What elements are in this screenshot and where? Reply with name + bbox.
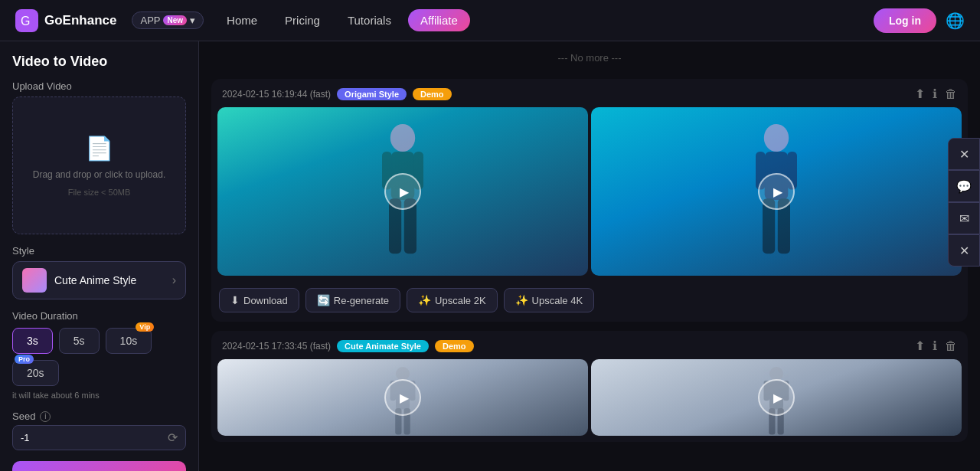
upload-size-text: File size < 50MB bbox=[68, 188, 131, 197]
logo[interactable]: G GoEnhance bbox=[15, 9, 116, 32]
upscale2k-icon-1: ✨ bbox=[418, 294, 431, 306]
seed-random-icon[interactable]: ⟳ bbox=[168, 430, 178, 445]
svg-text:G: G bbox=[21, 15, 30, 28]
duration-10s[interactable]: 10s Vip bbox=[106, 328, 152, 354]
info-icon-2[interactable]: ℹ bbox=[933, 339, 937, 353]
login-button[interactable]: Log in bbox=[874, 8, 936, 33]
video-card-1: 2024-02-15 16:19:44 (fast) Origami Style… bbox=[211, 79, 968, 322]
info-icon-1[interactable]: ℹ bbox=[933, 87, 937, 101]
style-name: Cute Anime Style bbox=[54, 274, 165, 286]
upscale4k-label-1: Upscale 4K bbox=[532, 295, 583, 306]
close-float-icon-2[interactable]: ✕ bbox=[948, 234, 980, 267]
share-icon-1[interactable]: ⬆ bbox=[915, 87, 925, 101]
download-label-1: Download bbox=[243, 295, 288, 306]
card-1-style-tag: Origami Style bbox=[337, 88, 407, 100]
card-1-actions-top: ⬆ ℹ 🗑 bbox=[915, 87, 957, 101]
navbar: G GoEnhance APP New ▾ Home Pricing Tutor… bbox=[0, 0, 980, 41]
svg-point-8 bbox=[764, 124, 789, 152]
duration-buttons: 3s 5s 10s Vip 20s Pro bbox=[12, 328, 186, 386]
app-menu[interactable]: APP New ▾ bbox=[132, 11, 204, 29]
duration-20s[interactable]: 20s Pro bbox=[12, 360, 59, 386]
upload-section: Upload Video 📄 Drag and drop or click to… bbox=[12, 80, 186, 234]
card-1-timestamp: 2024-02-15 16:19:44 (fast) bbox=[222, 89, 331, 100]
upscale2k-button-1[interactable]: ✨ Upscale 2K bbox=[407, 288, 497, 312]
card-1-video-left[interactable] bbox=[217, 107, 588, 276]
card-1-videos bbox=[211, 107, 968, 282]
duration-label: Video Duration bbox=[12, 310, 186, 322]
email-float-icon[interactable]: ✉ bbox=[948, 202, 980, 234]
upload-icon: 📄 bbox=[85, 135, 113, 162]
globe-icon[interactable]: 🌐 bbox=[946, 11, 965, 30]
download-icon-1: ⬇ bbox=[230, 294, 240, 306]
delete-icon-1[interactable]: 🗑 bbox=[945, 87, 957, 101]
content-area: --- No more --- 2024-02-15 16:19:44 (fas… bbox=[199, 41, 980, 471]
download-button-1[interactable]: ⬇ Download bbox=[219, 288, 299, 312]
nav-pricing[interactable]: Pricing bbox=[274, 9, 331, 31]
delete-icon-2[interactable]: 🗑 bbox=[945, 339, 957, 353]
card-1-video-right[interactable] bbox=[591, 107, 962, 276]
nav-tutorials[interactable]: Tutorials bbox=[337, 9, 402, 31]
video-card-2: 2024-02-15 17:33:45 (fast) Cute Animate … bbox=[211, 331, 968, 442]
duration-3s[interactable]: 3s bbox=[12, 328, 53, 354]
chevron-right-icon: › bbox=[172, 273, 176, 287]
upscale4k-button-1[interactable]: ✨ Upscale 4K bbox=[504, 288, 594, 312]
card-2-timestamp: 2024-02-15 17:33:45 (fast) bbox=[222, 341, 331, 352]
new-badge: New bbox=[163, 15, 187, 25]
close-float-icon-1[interactable]: ✕ bbox=[948, 138, 980, 170]
upload-area[interactable]: 📄 Drag and drop or click to upload. File… bbox=[12, 96, 186, 234]
card-2-style-tag: Cute Animate Style bbox=[337, 340, 429, 352]
logo-icon: G bbox=[15, 9, 38, 32]
vip-badge: Vip bbox=[136, 322, 154, 332]
regenerate-icon-1: 🔄 bbox=[317, 294, 330, 306]
upscale4k-icon-1: ✨ bbox=[515, 294, 528, 306]
seed-input-row: ⟳ bbox=[12, 425, 186, 450]
style-thumbnail bbox=[22, 268, 47, 293]
card-1-footer: ⬇ Download 🔄 Re-generate ✨ Upscale 2K ✨ … bbox=[211, 282, 968, 322]
navbar-right: Log in 🌐 bbox=[874, 8, 965, 33]
card-2-videos bbox=[211, 359, 968, 442]
style-section: Style Cute Anime Style › bbox=[12, 245, 186, 299]
sidebar: Video to Video Upload Video 📄 Drag and d… bbox=[0, 41, 199, 471]
regenerate-label-1: Re-generate bbox=[334, 295, 389, 306]
regenerate-button-1[interactable]: 🔄 Re-generate bbox=[305, 288, 400, 312]
app-label: APP bbox=[140, 15, 160, 26]
nav-home[interactable]: Home bbox=[216, 9, 268, 31]
nav-affiliate[interactable]: Affiliate bbox=[408, 9, 470, 31]
style-label: Style bbox=[12, 245, 186, 257]
seed-label: Seed bbox=[12, 410, 35, 422]
seed-input[interactable] bbox=[21, 432, 168, 443]
card-2-video-left[interactable] bbox=[217, 359, 588, 436]
card-2-actions-top: ⬆ ℹ 🗑 bbox=[915, 339, 957, 353]
seed-info-icon: i bbox=[40, 411, 51, 422]
play-button-right-1[interactable] bbox=[758, 173, 795, 210]
generate-button[interactable]: Generate (15 🪙 ) bbox=[12, 461, 186, 471]
time-estimate: it will take about 6 mins bbox=[12, 391, 186, 400]
no-more-label: --- No more --- bbox=[211, 49, 968, 70]
svg-point-2 bbox=[390, 124, 415, 152]
card-1-header: 2024-02-15 16:19:44 (fast) Origami Style… bbox=[211, 79, 968, 107]
discord-float-icon[interactable]: 💬 bbox=[948, 170, 980, 202]
app-chevron-icon: ▾ bbox=[190, 15, 195, 26]
logo-text: GoEnhance bbox=[44, 13, 116, 28]
upload-label: Upload Video bbox=[12, 80, 186, 92]
seed-section: Seed i ⟳ bbox=[12, 410, 186, 450]
duration-5s[interactable]: 5s bbox=[59, 328, 100, 354]
main-layout: Video to Video Upload Video 📄 Drag and d… bbox=[0, 41, 980, 471]
upload-text: Drag and drop or click to upload. bbox=[33, 168, 165, 182]
duration-section: Video Duration 3s 5s 10s Vip 20s Pro it … bbox=[12, 310, 186, 400]
upscale2k-label-1: Upscale 2K bbox=[435, 295, 485, 306]
card-2-header: 2024-02-15 17:33:45 (fast) Cute Animate … bbox=[211, 331, 968, 359]
share-icon-2[interactable]: ⬆ bbox=[915, 339, 925, 353]
play-button-left-2[interactable] bbox=[384, 379, 421, 416]
play-button-right-2[interactable] bbox=[758, 379, 795, 416]
pro-badge: Pro bbox=[15, 355, 34, 364]
sidebar-title: Video to Video bbox=[12, 54, 186, 70]
style-selector[interactable]: Cute Anime Style › bbox=[12, 261, 186, 299]
float-buttons: ✕ 💬 ✉ ✕ bbox=[948, 138, 980, 267]
play-button-left-1[interactable] bbox=[384, 173, 421, 210]
card-2-video-right[interactable] bbox=[591, 359, 962, 436]
card-2-demo-tag: Demo bbox=[435, 340, 474, 352]
card-1-demo-tag: Demo bbox=[413, 88, 452, 100]
